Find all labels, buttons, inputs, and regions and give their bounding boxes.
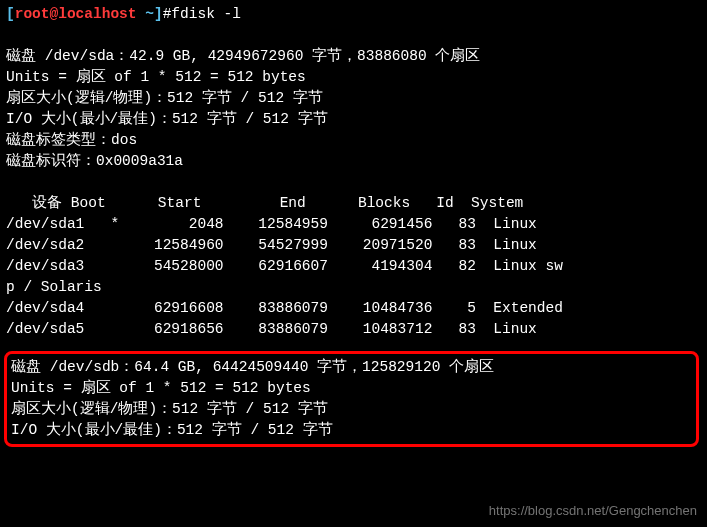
partition-row-sda4: /dev/sda4 62916608 83886079 10484736 5 E… <box>6 298 701 319</box>
disk-sdb-io-size-line: I/O 大小(最小/最佳)：512 字节 / 512 字节 <box>11 420 692 441</box>
prompt-close-bracket: ] <box>154 6 163 22</box>
partition-row-sda1: /dev/sda1 * 2048 12584959 6291456 83 Lin… <box>6 214 701 235</box>
disk-sdb-info-line: 磁盘 /dev/sdb：64.4 GB, 64424509440 字节，1258… <box>11 357 692 378</box>
partition-row-sda5: /dev/sda5 62918656 83886079 10483712 83 … <box>6 319 701 340</box>
partition-row-sda3-wrap: p / Solaris <box>6 277 701 298</box>
disk-sda-io-size-line: I/O 大小(最小/最佳)：512 字节 / 512 字节 <box>6 109 701 130</box>
command-text: fdisk -l <box>171 6 241 22</box>
blank-line <box>6 340 701 349</box>
watermark-text: https://blog.csdn.net/Gengchenchen <box>489 502 697 521</box>
blank-line <box>6 25 701 46</box>
disk-sda-label-type-line: 磁盘标签类型：dos <box>6 130 701 151</box>
partition-row-sda2: /dev/sda2 12584960 54527999 20971520 83 … <box>6 235 701 256</box>
highlight-box-sdb: 磁盘 /dev/sdb：64.4 GB, 64424509440 字节，1258… <box>4 351 699 447</box>
disk-sda-sector-size-line: 扇区大小(逻辑/物理)：512 字节 / 512 字节 <box>6 88 701 109</box>
prompt-path: ~ <box>145 6 154 22</box>
prompt-open-bracket: [ <box>6 6 15 22</box>
disk-sda-info-line: 磁盘 /dev/sda：42.9 GB, 42949672960 字节，8388… <box>6 46 701 67</box>
prompt-user-host: root@localhost <box>15 6 137 22</box>
prompt-space <box>137 6 146 22</box>
partition-row-sda3: /dev/sda3 54528000 62916607 4194304 82 L… <box>6 256 701 277</box>
disk-sdb-units-line: Units = 扇区 of 1 * 512 = 512 bytes <box>11 378 692 399</box>
blank-line <box>6 172 701 193</box>
partition-table-header: 设备 Boot Start End Blocks Id System <box>6 193 701 214</box>
shell-prompt[interactable]: [root@localhost ~]#fdisk -l <box>6 4 701 25</box>
disk-sda-identifier-line: 磁盘标识符：0x0009a31a <box>6 151 701 172</box>
disk-sda-units-line: Units = 扇区 of 1 * 512 = 512 bytes <box>6 67 701 88</box>
disk-sdb-sector-size-line: 扇区大小(逻辑/物理)：512 字节 / 512 字节 <box>11 399 692 420</box>
